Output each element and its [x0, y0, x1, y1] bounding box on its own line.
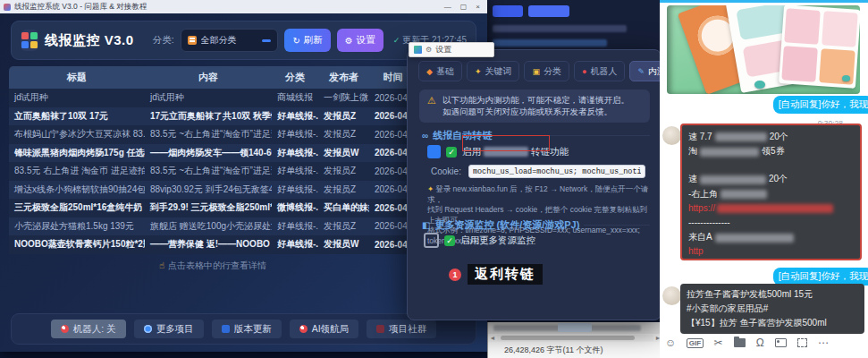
- table-hint: ☝点击表格中的行查看详情: [9, 260, 417, 272]
- gear-icon: ⚙: [345, 36, 353, 46]
- horizontal-scrollbar[interactable]: ◄ ►: [488, 334, 662, 342]
- maximize-button[interactable]: ▢: [460, 0, 468, 13]
- blurred-text: [700, 175, 766, 184]
- blue-square-icon: [427, 145, 441, 158]
- col-header-title: 标题: [9, 66, 145, 89]
- blurred-text: [715, 132, 767, 141]
- dialog-tabs: ◆基础 ✦关键词 ▣分类 ●机器人 ✎内测: [418, 61, 674, 81]
- tab-categories[interactable]: ▣分类: [524, 61, 569, 81]
- settings-tooltip: ⚙ 设置: [409, 42, 494, 57]
- col-header-publisher: 发布者: [318, 66, 369, 89]
- version-update-button[interactable]: 版本更新: [212, 320, 282, 338]
- background-button[interactable]: [528, 5, 569, 17]
- tab-keywords[interactable]: ✦关键词: [467, 61, 520, 81]
- link-icon: ∞: [422, 131, 428, 141]
- thumbnail-icon: [414, 46, 422, 54]
- puzzle-icon: ◧: [422, 220, 430, 230]
- gear-icon: ⚙: [426, 46, 432, 54]
- chat-toolbar: ☺ GIF ✂ Ω ⋯: [665, 337, 829, 349]
- app-logo: [21, 30, 38, 51]
- warning-text-line2: 如遇问题可关闭对应功能或联系开发者反馈。: [442, 106, 643, 117]
- screen-capture-icon[interactable]: [797, 338, 807, 347]
- close-button[interactable]: ×: [476, 0, 480, 13]
- auto-reply-bubble: [自动回复]你好，我现: [773, 96, 868, 114]
- avatar[interactable]: [662, 286, 681, 305]
- checkbox-checked[interactable]: ✓: [446, 147, 457, 158]
- category-selected-value: 全部分类: [201, 34, 258, 47]
- scroll-left-arrow[interactable]: ◄: [488, 335, 497, 341]
- globe-icon: [144, 325, 152, 333]
- category-select[interactable]: 全部分类: [181, 29, 279, 52]
- flame-icon: ◆: [426, 67, 433, 76]
- warning-icon: ⚠: [427, 95, 436, 107]
- category-list-icon: [188, 36, 197, 45]
- bulb-icon: ✦: [427, 184, 434, 193]
- checkbox-checked[interactable]: ✓: [444, 235, 455, 246]
- blurred-text: [493, 25, 627, 32]
- table-row[interactable]: 立而奥船袜了10双 17元17元立而奥船袜了共10双 秋季恬后石...好单线报-…: [9, 107, 417, 126]
- table-row[interactable]: jd试用种jd试用种商城线报一剑陕上微...2026-04-22 21:2: [9, 89, 417, 107]
- more-resources-toggle-row[interactable]: ✓ 启用更多资源监控: [424, 233, 535, 248]
- blurred-link: [717, 204, 833, 213]
- people-icon: [376, 325, 384, 333]
- headset-icon[interactable]: Ω: [756, 337, 764, 349]
- file-folder-icon[interactable]: [734, 338, 746, 347]
- background-button[interactable]: [493, 5, 523, 17]
- select-indicator-icon: [262, 39, 271, 42]
- chat-window: [自动回复]你好，我现 0:30:28 速 7.720个 淘领5券 速20个 -…: [660, 0, 868, 358]
- blurred-link-text: [493, 39, 607, 47]
- table-row[interactable]: 83.5元 右上角进 淘金币 进足迹拍 有...83.5元 ~右上角进“淘金币”…: [9, 162, 417, 181]
- emoji-icon[interactable]: ☺: [665, 337, 676, 349]
- gif-icon[interactable]: GIF: [687, 338, 703, 348]
- app-title: 线报监控 V3.0: [45, 32, 134, 49]
- tab-basic[interactable]: ◆基础: [418, 61, 462, 81]
- chat-message: 拉芳鱼子酱膏护发梳500ml 15元 #小卖部の家居用品# 【¥15】拉芳 鱼子…: [680, 284, 864, 334]
- window-titlebar[interactable]: 线报监控系统 V3.0 - 问题库 & 对接教程 — ▢ ×: [0, 0, 487, 13]
- footer-toolbar: 机器人: 关 更多项目 版本更新 AI领航局 项目社群: [11, 313, 476, 345]
- table-row[interactable]: 布根妈山宁参冰沙大豆冥凉袜 83.5元83.5元 ~右上角进“淘金币”进足迹..…: [9, 125, 417, 144]
- project-community-button[interactable]: 项目社群: [367, 320, 436, 338]
- scrollbar-thumb[interactable]: [501, 336, 635, 340]
- key-icon: ✦: [475, 67, 482, 76]
- window-icon: [4, 4, 11, 11]
- annotation-callout: 1 返利转链: [449, 264, 543, 285]
- tab-robot[interactable]: ●机器人: [574, 61, 625, 81]
- col-header-content: 内容: [145, 66, 272, 89]
- folder-icon: ▣: [532, 67, 540, 76]
- more-icon[interactable]: ⋯: [818, 337, 829, 349]
- warning-text-line1: 以下功能为内测功能，可能不稳定，请谨慎开启。: [442, 94, 643, 106]
- annotation-badge: 1: [449, 268, 461, 281]
- more-projects-button[interactable]: 更多项目: [134, 320, 204, 338]
- annotation-rectangle: [462, 135, 550, 151]
- cookie-label: Cookie:: [431, 166, 461, 176]
- refresh-button[interactable]: ↻ 刷新: [284, 29, 330, 52]
- robot-toggle-button[interactable]: 机器人: 关: [51, 320, 126, 338]
- minimize-button[interactable]: —: [444, 0, 451, 13]
- table-row[interactable]: 小壳泌尿处方猫粮1.5kg 139元旗舰店 赠送吃100g小壳泌尿处方猫粮...…: [9, 217, 417, 236]
- robot-icon: ●: [582, 67, 586, 76]
- settings-button[interactable]: ⚙ 设置: [337, 29, 383, 52]
- table-row[interactable]: 三元极致全脂250ml*16盒纯牛奶 29....到手29.9! 三元极致全脂2…: [9, 199, 417, 217]
- table-row[interactable]: 增达x线条小狗棉韧软抽90抽24包 ...88vip30.92元 到手24包无敌…: [9, 181, 417, 200]
- chat-top-border: [660, 0, 868, 3]
- file-manager-fragment: ◄ ► 26,428,426 字节(11 个文件): [487, 322, 662, 358]
- table-row[interactable]: NOOBO蒸壶软骨素钙片150粒*2瓶3...——营养保健 返!——NOOBO …: [9, 235, 417, 254]
- scrollbar-track[interactable]: [497, 335, 653, 341]
- cookie-input[interactable]: [468, 165, 645, 178]
- cookie-row: Cookie:: [431, 165, 645, 178]
- toggle-label: 启用更多资源监控: [460, 234, 535, 247]
- checkbox-unchecked[interactable]: [424, 233, 439, 248]
- link-text[interactable]: https://: [688, 203, 715, 213]
- table-row[interactable]: 锋味派黑猪肉烟肉烤肠175g 任选5件...——烟肉烤肠发车——领140-60补…: [9, 144, 417, 163]
- blurred-text: [700, 148, 759, 157]
- chat-message-annotated: 速 7.720个 淘领5券 速20个 -右上角 https:// -------…: [680, 124, 862, 260]
- screenshot-scissors-icon[interactable]: ✂: [714, 337, 723, 349]
- annotation-label: 返利转链: [468, 264, 543, 285]
- blurred-text: [721, 190, 767, 199]
- image-icon[interactable]: [775, 338, 787, 347]
- deals-table: 标题 内容 分类 发布者 时间 jd试用种jd试用种商城线报一剑陕上微...20…: [9, 66, 417, 254]
- avatar[interactable]: [662, 126, 681, 145]
- check-icon: ✓: [393, 36, 400, 45]
- ai-bureau-button[interactable]: AI领航局: [290, 320, 358, 338]
- robot-icon: [61, 325, 69, 333]
